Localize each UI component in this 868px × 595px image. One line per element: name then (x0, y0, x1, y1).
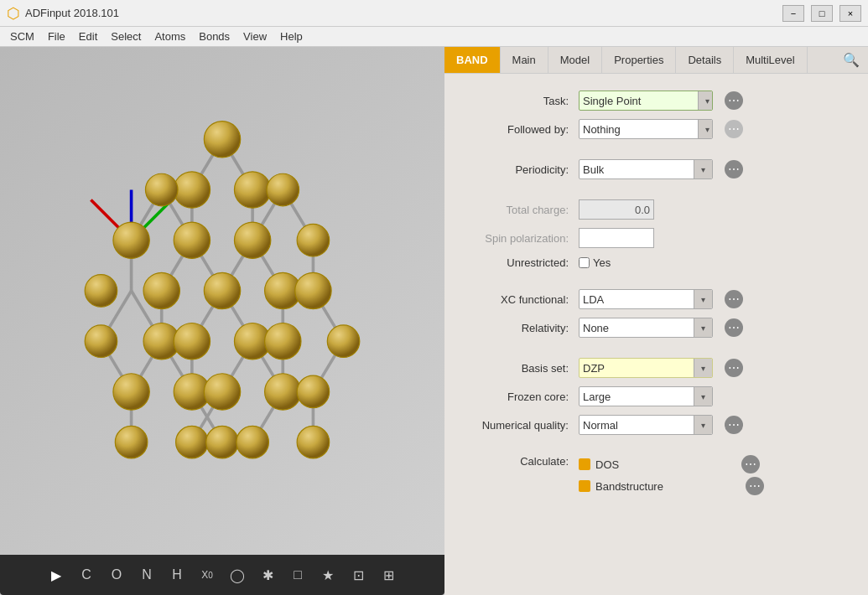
periodicity-more-button[interactable]: ⋯ (725, 160, 743, 178)
basis-set-control: DZP DZ TZP TZ2P ▾ ⋯ (579, 358, 851, 378)
menu-help[interactable]: Help (273, 28, 309, 44)
bandstructure-label: Bandstructure (595, 480, 663, 493)
tab-band[interactable]: BAND (444, 47, 501, 73)
followed-by-label: Followed by: (461, 123, 579, 136)
maximize-button[interactable]: □ (811, 5, 833, 22)
svg-point-47 (297, 224, 330, 256)
tab-main[interactable]: Main (501, 47, 548, 73)
xc-functional-more-button[interactable]: ⋯ (725, 290, 743, 308)
unrestricted-checkbox-wrap: Yes (579, 256, 611, 269)
followed-by-more-button[interactable]: ⋯ (725, 120, 743, 138)
spin-polarization-row: Spin polarization: (461, 228, 851, 248)
menu-select[interactable]: Select (104, 28, 148, 44)
unrestricted-checkbox-label: Yes (593, 256, 611, 269)
toolbar-square[interactable]: □ (284, 561, 311, 588)
xc-functional-arrow[interactable]: ▾ (694, 290, 712, 308)
periodicity-dropdown-wrap[interactable]: Bulk Slab Chain Molecule ▾ (579, 159, 713, 179)
app-icon: ⬡ (7, 4, 20, 23)
periodicity-select[interactable]: Bulk Slab Chain Molecule (580, 162, 694, 178)
relativity-dropdown-wrap[interactable]: None Scalar Spin-Orbit ▾ (579, 318, 713, 338)
viewport[interactable] (0, 47, 444, 555)
task-dropdown-arrow[interactable]: ▾ (698, 91, 713, 110)
dos-color-box (579, 458, 590, 470)
toolbar-star-gear[interactable]: ✱ (254, 561, 281, 588)
followed-by-arrow[interactable]: ▾ (698, 120, 713, 138)
task-select[interactable]: Single Point Geometry Optimization Frequ… (580, 93, 698, 109)
svg-point-43 (267, 173, 299, 206)
total-charge-row: Total charge: (461, 199, 851, 220)
task-dropdown-wrap[interactable]: Single Point Geometry Optimization Frequ… (579, 91, 713, 111)
menu-atoms[interactable]: Atoms (148, 28, 192, 44)
relativity-arrow[interactable]: ▾ (694, 318, 712, 337)
followed-by-control: Nothing Geometry Optimization Frequencie… (579, 119, 851, 139)
basis-set-row: Basis set: DZP DZ TZP TZ2P ▾ ⋯ (461, 358, 851, 378)
svg-point-50 (204, 272, 240, 308)
menu-bonds[interactable]: Bonds (192, 28, 236, 44)
toolbar-n[interactable]: N (133, 561, 160, 588)
menu-file[interactable]: File (41, 28, 72, 44)
followed-by-select[interactable]: Nothing Geometry Optimization Frequencie… (580, 122, 698, 137)
numerical-quality-control: Normal Basic Good Very Good Excellent ▾ … (579, 415, 851, 435)
svg-point-61 (204, 374, 240, 410)
task-more-button[interactable]: ⋯ (725, 91, 743, 110)
basis-set-select[interactable]: DZP DZ TZP TZ2P (580, 360, 694, 376)
spin-polarization-input[interactable] (579, 228, 654, 248)
numerical-quality-arrow[interactable]: ▾ (694, 416, 712, 434)
toolbar-o[interactable]: O (103, 561, 130, 588)
xc-functional-dropdown-wrap[interactable]: LDA GGA:PBE GGA:BP Hybrid:B3LYP ▾ (579, 289, 713, 309)
task-label: Task: (461, 95, 579, 107)
relativity-select[interactable]: None Scalar Spin-Orbit (580, 320, 694, 336)
tab-multilevel[interactable]: MultiLevel (734, 47, 808, 73)
relativity-more-button[interactable]: ⋯ (725, 318, 743, 337)
followed-by-dropdown-wrap[interactable]: Nothing Geometry Optimization Frequencie… (579, 119, 713, 139)
toolbar-box1[interactable]: ⊡ (345, 561, 372, 588)
svg-point-42 (145, 173, 178, 206)
toolbar-box2[interactable]: ⊞ (375, 561, 402, 588)
basis-set-arrow[interactable]: ▾ (694, 359, 712, 377)
numerical-quality-more-button[interactable]: ⋯ (725, 416, 743, 434)
frozen-core-dropdown-wrap[interactable]: Large Small None ▾ (579, 386, 713, 406)
bandstructure-color-box (579, 480, 590, 492)
toolbar-cursor[interactable]: ▶ (43, 561, 70, 588)
svg-point-62 (265, 374, 301, 410)
unrestricted-checkbox[interactable] (579, 257, 590, 268)
minimize-button[interactable]: − (782, 5, 804, 22)
tab-details[interactable]: Details (676, 47, 734, 73)
dos-more-button[interactable]: ⋯ (741, 455, 760, 473)
xc-functional-select[interactable]: LDA GGA:PBE GGA:BP Hybrid:B3LYP (580, 292, 694, 308)
toolbar-star[interactable]: ★ (314, 561, 341, 588)
basis-set-more-button[interactable]: ⋯ (725, 359, 743, 377)
tab-properties[interactable]: Properties (602, 47, 676, 73)
basis-set-dropdown-wrap[interactable]: DZP DZ TZP TZ2P ▾ (579, 358, 713, 378)
menu-view[interactable]: View (236, 28, 273, 44)
menu-edit[interactable]: Edit (72, 28, 104, 44)
periodicity-row: Periodicity: Bulk Slab Chain Molecule ▾ … (461, 159, 851, 179)
periodicity-arrow[interactable]: ▾ (694, 160, 712, 178)
toolbar-h[interactable]: H (164, 561, 190, 588)
main-layout: ▶ C O N H X0 ◯ ✱ □ ★ ⊡ ⊞ BAND Main Model… (0, 47, 868, 595)
numerical-quality-dropdown-wrap[interactable]: Normal Basic Good Very Good Excellent ▾ (579, 415, 713, 435)
bandstructure-more-button[interactable]: ⋯ (746, 477, 764, 495)
svg-point-48 (85, 275, 117, 308)
spin-polarization-label: Spin polarization: (461, 232, 579, 245)
tab-model[interactable]: Model (548, 47, 602, 73)
svg-point-68 (297, 426, 330, 458)
left-panel: ▶ C O N H X0 ◯ ✱ □ ★ ⊡ ⊞ (0, 47, 444, 595)
titlebar: ⬡ ADFinput 2018.101 − □ × (0, 0, 868, 27)
close-button[interactable]: × (839, 5, 861, 22)
toolbar-circle[interactable]: ◯ (224, 561, 251, 588)
frozen-core-select[interactable]: Large Small None (580, 389, 694, 405)
calculate-row: Calculate: DOS ⋯ Bandstructure ⋯ (461, 455, 851, 495)
svg-point-41 (234, 172, 270, 208)
toolbar-c[interactable]: C (73, 561, 100, 588)
window-title: ADFinput 2018.101 (25, 7, 782, 19)
xc-functional-control: LDA GGA:PBE GGA:BP Hybrid:B3LYP ▾ ⋯ (579, 289, 851, 309)
svg-point-63 (297, 375, 330, 408)
svg-point-53 (85, 325, 117, 358)
search-icon[interactable]: 🔍 (834, 49, 868, 71)
menu-scm[interactable]: SCM (3, 28, 41, 44)
total-charge-input[interactable] (579, 199, 654, 220)
toolbar-x[interactable]: X0 (194, 561, 221, 588)
numerical-quality-select[interactable]: Normal Basic Good Very Good Excellent (580, 417, 694, 433)
frozen-core-arrow[interactable]: ▾ (694, 387, 712, 406)
